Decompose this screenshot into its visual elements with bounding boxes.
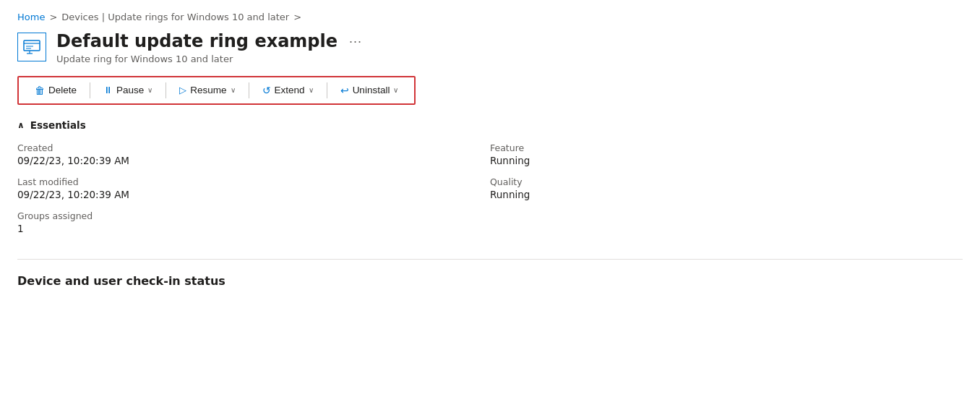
essentials-col-left: Created 09/22/23, 10:20:39 AM Last modif… <box>17 142 490 244</box>
uninstall-chevron: ∨ <box>393 86 398 94</box>
device-status-title: Device and user check-in status <box>17 274 963 288</box>
essentials-section: ∧ Essentials Created 09/22/23, 10:20:39 … <box>17 119 963 244</box>
groups-assigned-value: 1 <box>17 223 490 234</box>
essentials-header[interactable]: ∧ Essentials <box>17 119 963 131</box>
groups-assigned-label: Groups assigned <box>17 210 490 221</box>
toolbar-separator-3 <box>249 82 249 98</box>
extend-button[interactable]: ↺ Extend ∨ <box>255 82 321 99</box>
last-modified-value: 09/22/23, 10:20:39 AM <box>17 189 490 200</box>
breadcrumb: Home > Devices | Update rings for Window… <box>17 12 963 22</box>
page-title: Default update ring example <box>56 31 338 52</box>
more-options-button[interactable]: ··· <box>345 33 366 49</box>
toolbar-separator-4 <box>327 82 327 98</box>
page-header: Default update ring example ··· Update r… <box>17 31 963 64</box>
quality-label: Quality <box>490 176 963 187</box>
created-value: 09/22/23, 10:20:39 AM <box>17 155 490 166</box>
section-divider <box>17 259 963 260</box>
svg-rect-0 <box>24 40 40 51</box>
breadcrumb-sep3: > <box>293 12 301 22</box>
essentials-feature: Feature Running <box>490 142 963 166</box>
essentials-col-right: Feature Running Quality Running <box>490 142 963 244</box>
page-title-block: Default update ring example ··· Update r… <box>56 31 366 64</box>
extend-chevron: ∨ <box>309 86 314 94</box>
delete-icon: 🗑 <box>35 85 45 96</box>
uninstall-button[interactable]: ↩ Uninstall ∨ <box>333 82 406 99</box>
delete-button[interactable]: 🗑 Delete <box>27 82 84 99</box>
toolbar-separator-1 <box>90 82 90 98</box>
resume-chevron: ∨ <box>231 86 236 94</box>
toolbar: 🗑 Delete ⏸ Pause ∨ ▷ Resume ∨ ↺ Extend ∨… <box>17 76 416 105</box>
extend-icon: ↺ <box>262 85 271 96</box>
last-modified-label: Last modified <box>17 176 490 187</box>
page-icon <box>17 33 46 61</box>
breadcrumb-devices[interactable]: Devices | Update rings for Windows 10 an… <box>61 12 289 22</box>
feature-label: Feature <box>490 142 963 153</box>
essentials-groups-assigned: Groups assigned 1 <box>17 210 490 234</box>
breadcrumb-home[interactable]: Home <box>17 12 45 22</box>
pause-button[interactable]: ⏸ Pause ∨ <box>96 82 160 98</box>
essentials-collapse-icon: ∧ <box>17 120 25 130</box>
update-ring-icon <box>23 40 40 54</box>
toolbar-separator-2 <box>166 82 166 98</box>
breadcrumb-sep1: > <box>49 12 57 22</box>
resume-button[interactable]: ▷ Resume ∨ <box>172 82 242 98</box>
created-label: Created <box>17 142 490 153</box>
resume-icon: ▷ <box>179 85 186 95</box>
page-subtitle: Update ring for Windows 10 and later <box>56 54 366 64</box>
essentials-last-modified: Last modified 09/22/23, 10:20:39 AM <box>17 176 490 200</box>
essentials-label: Essentials <box>30 119 86 131</box>
pause-chevron: ∨ <box>147 86 152 94</box>
uninstall-icon: ↩ <box>340 85 349 96</box>
pause-icon: ⏸ <box>103 85 113 95</box>
quality-value: Running <box>490 189 963 200</box>
essentials-created: Created 09/22/23, 10:20:39 AM <box>17 142 490 166</box>
feature-value: Running <box>490 155 963 166</box>
essentials-quality: Quality Running <box>490 176 963 200</box>
essentials-grid: Created 09/22/23, 10:20:39 AM Last modif… <box>17 142 963 244</box>
